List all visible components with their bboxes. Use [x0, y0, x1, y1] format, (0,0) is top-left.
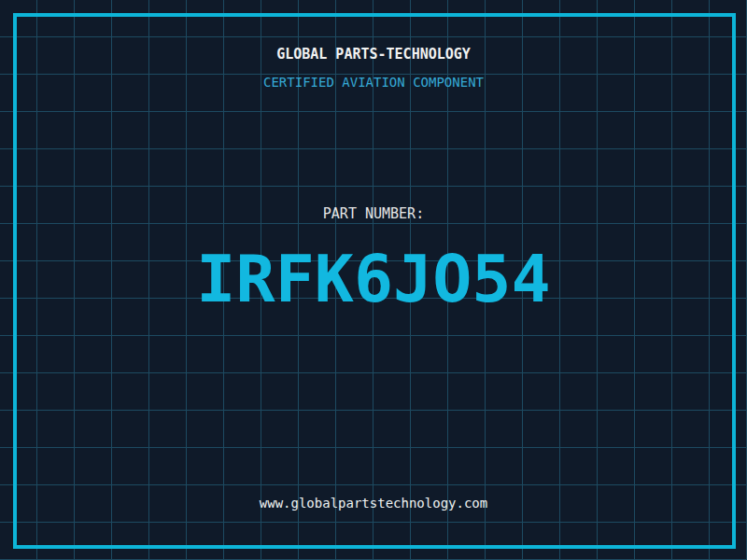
brand-title: GLOBAL PARTS-TECHNOLOGY: [0, 46, 747, 63]
part-number-label: PART NUMBER:: [0, 205, 747, 222]
certification-subtitle: CERTIFIED AVIATION COMPONENT: [0, 75, 747, 90]
website-url: www.globalpartstechnology.com: [0, 496, 747, 511]
part-label-page: { "label": { "title": "GLOBAL PARTS-TECH…: [0, 0, 747, 560]
part-number-value: IRFK6JO54: [0, 241, 747, 317]
